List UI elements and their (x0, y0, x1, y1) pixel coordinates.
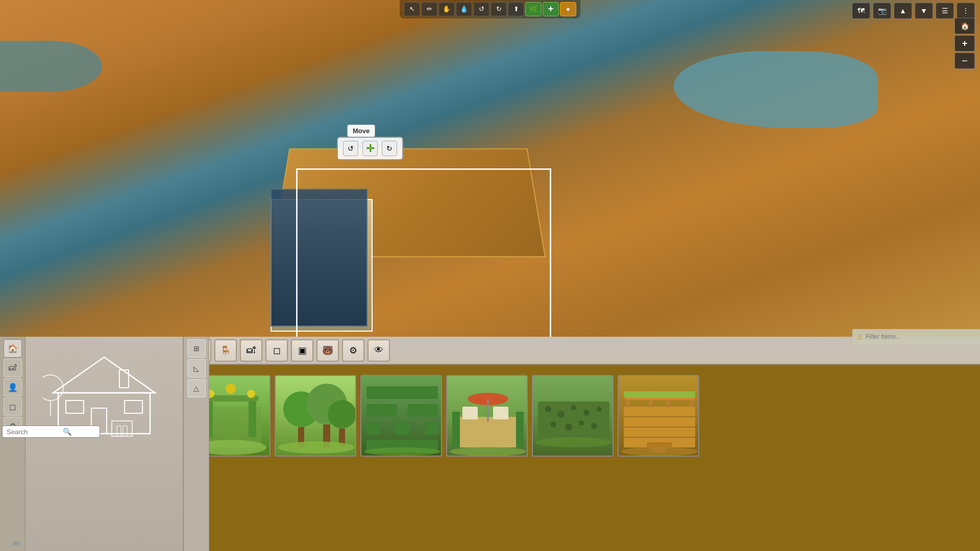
move-tooltip: Move (347, 124, 375, 137)
menu-btn[interactable]: ☰ (936, 3, 954, 19)
toolbar-center: ↖ ✏ ✋ 💧 ↺ ↻ ⬆ 🌿 + ● (400, 0, 580, 18)
left-panel (26, 337, 184, 551)
rotate-right-btn[interactable]: ↻ (382, 141, 397, 156)
svg-rect-3 (66, 400, 84, 413)
svg-rect-29 (366, 422, 379, 435)
svg-rect-36 (493, 407, 508, 419)
sidebar-people-icon[interactable]: 👤 (4, 378, 22, 396)
svg-point-33 (364, 447, 440, 456)
tool-cursor[interactable]: ↖ (404, 2, 420, 16)
cat-storage[interactable]: ▣ (291, 339, 313, 362)
svg-point-45 (571, 405, 576, 410)
left-sidebar: 🏠 🛋 👤 ◻ ⚙ (0, 337, 26, 551)
item-card-3[interactable] (360, 375, 442, 457)
top-right-controls: 🗺 📷 ▲ ▼ ☰ ⋮ (852, 3, 975, 19)
floor-down-btn[interactable]: − (954, 53, 975, 69)
tool-hand[interactable]: ✋ (438, 2, 455, 16)
item-card-6[interactable] (618, 375, 699, 457)
move-tooltip-label: Move (353, 127, 370, 135)
tool-gold[interactable]: ● (560, 2, 576, 16)
cat-seating[interactable]: 🛋 (240, 339, 262, 362)
svg-point-16 (226, 384, 236, 394)
move-controls[interactable]: ↺ ✛ ↻ (337, 137, 403, 160)
svg-rect-39 (452, 412, 460, 447)
search-icon[interactable]: 🔍 (63, 428, 71, 436)
right-level-controls: 🏠 + − (954, 18, 975, 69)
svg-rect-9 (117, 426, 121, 436)
small-left-panel: ⊞ ◺ △ (184, 337, 209, 551)
sidebar-furniture-icon[interactable]: 🛋 (4, 359, 22, 377)
floor-up-btn[interactable]: + (954, 35, 975, 52)
sidebar-objects-icon[interactable]: ◻ (4, 397, 22, 416)
move-crosshair-icon: ✛ (366, 142, 375, 155)
small-panel-icon-1[interactable]: ⊞ (187, 339, 206, 358)
cat-dining[interactable]: 🪑 (214, 339, 237, 362)
search-input[interactable] (7, 428, 63, 436)
item-card-4-preview (447, 376, 528, 457)
svg-rect-64 (624, 391, 695, 397)
item-card-4[interactable] (446, 375, 528, 457)
svg-point-47 (597, 407, 602, 412)
cat-electronics[interactable]: ⚙ (342, 339, 364, 362)
cat-surfaces[interactable]: ◻ (265, 339, 288, 362)
svg-point-52 (535, 437, 612, 447)
svg-point-43 (545, 406, 551, 412)
svg-rect-35 (462, 407, 478, 419)
more-btn[interactable]: ⋮ (957, 3, 975, 19)
svg-point-65 (621, 447, 698, 456)
svg-rect-26 (366, 386, 438, 399)
move-arrow-btn[interactable]: ✛ (362, 141, 378, 156)
rotate-left-btn[interactable]: ↺ (343, 141, 358, 156)
home-view-btn[interactable]: 🏠 (954, 18, 975, 34)
search-bar: 🔍 (2, 425, 100, 438)
search-area: 🔍 (0, 423, 102, 440)
svg-rect-13 (249, 396, 256, 437)
svg-point-51 (591, 423, 597, 429)
sidebar-build-icon[interactable]: 🏠 (4, 339, 22, 358)
tool-rotate-left[interactable]: ↺ (473, 2, 489, 16)
svg-rect-28 (407, 404, 438, 417)
item-card-6-preview (619, 376, 699, 457)
small-panel-icon-2[interactable]: ◺ (187, 359, 206, 378)
screenshot-btn[interactable]: 📷 (873, 3, 891, 19)
level-down-btn[interactable]: ▼ (915, 3, 933, 19)
map-btn[interactable]: 🗺 (852, 3, 870, 19)
tool-eyedrop[interactable]: 💧 (456, 2, 472, 16)
tool-move-up[interactable]: ⬆ (508, 2, 524, 16)
top-toolbar: ↖ ✏ ✋ 💧 ↺ ↻ ⬆ 🌿 + ● 🗺 📷 ▲ ▼ ☰ ⋮ (0, 0, 980, 18)
infinity-symbol: ∞ (13, 538, 19, 548)
tool-add[interactable]: + (543, 2, 559, 16)
cat-decor[interactable]: 🐻 (316, 339, 339, 362)
svg-point-50 (579, 420, 584, 425)
svg-point-44 (557, 411, 565, 418)
items-row (184, 365, 980, 467)
svg-point-17 (247, 390, 255, 398)
svg-marker-1 (53, 357, 155, 393)
small-panel-icon-3[interactable]: △ (187, 379, 206, 397)
item-card-5-preview (533, 376, 614, 457)
tool-pencil[interactable]: ✏ (421, 2, 437, 16)
filter-bar: ⚠ (852, 329, 980, 344)
bottom-center: ⊞ 🪑 🛋 ◻ ▣ 🐻 ⚙ 👁 (184, 337, 980, 551)
item-card-2-preview (276, 376, 356, 457)
filter-input[interactable] (866, 333, 942, 340)
svg-point-46 (583, 410, 590, 416)
svg-point-25 (278, 441, 355, 454)
svg-rect-30 (395, 422, 410, 435)
game-viewport: Move ↺ ✛ ↻ (0, 0, 980, 337)
svg-rect-10 (123, 426, 127, 436)
svg-rect-4 (125, 400, 142, 413)
svg-point-49 (565, 423, 572, 431)
cat-custom[interactable]: 👁 (368, 339, 390, 362)
tool-rotate-right[interactable]: ↻ (491, 2, 507, 16)
item-card-2[interactable] (275, 375, 356, 457)
svg-point-41 (450, 447, 526, 456)
svg-rect-31 (425, 422, 438, 435)
water-area-left (0, 41, 102, 92)
item-card-5[interactable] (532, 375, 614, 457)
level-up-btn[interactable]: ▲ (894, 3, 912, 19)
svg-rect-40 (516, 412, 524, 447)
filter-warning-icon: ⚠ (856, 333, 863, 341)
item-card-3-preview (361, 376, 442, 457)
tool-plant[interactable]: 🌿 (525, 2, 542, 16)
